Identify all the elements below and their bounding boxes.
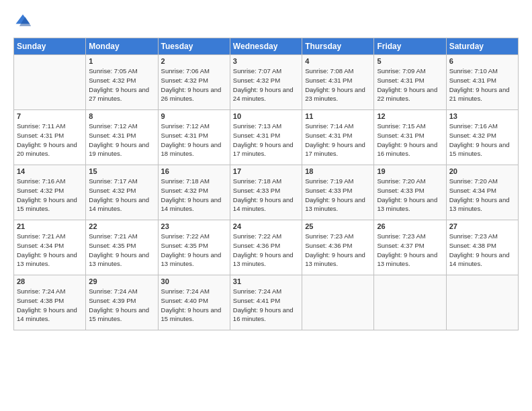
day-number: 7 — [17, 112, 83, 120]
calendar-cell: 16Sunrise: 7:18 AMSunset: 4:32 PMDayligh… — [158, 165, 230, 220]
day-info: Sunrise: 7:12 AMSunset: 4:31 PMDaylight:… — [161, 122, 227, 158]
calendar-cell: 5Sunrise: 7:09 AMSunset: 4:31 PMDaylight… — [374, 55, 446, 110]
day-number: 19 — [377, 167, 443, 175]
calendar-cell: 22Sunrise: 7:21 AMSunset: 4:35 PMDayligh… — [86, 220, 158, 275]
calendar-cell: 11Sunrise: 7:14 AMSunset: 4:31 PMDayligh… — [302, 110, 374, 165]
day-number: 17 — [233, 167, 299, 175]
calendar-cell: 14Sunrise: 7:16 AMSunset: 4:32 PMDayligh… — [14, 165, 86, 220]
logo — [13, 12, 35, 31]
day-info: Sunrise: 7:15 AMSunset: 4:31 PMDaylight:… — [377, 122, 443, 158]
day-number: 11 — [305, 112, 371, 120]
header-day-monday: Monday — [86, 38, 158, 55]
day-number: 4 — [305, 57, 371, 65]
header-day-thursday: Thursday — [302, 38, 374, 55]
day-info: Sunrise: 7:10 AMSunset: 4:31 PMDaylight:… — [449, 66, 515, 103]
calendar-table: SundayMondayTuesdayWednesdayThursdayFrid… — [13, 38, 519, 330]
day-number: 2 — [161, 57, 227, 65]
calendar-cell: 25Sunrise: 7:23 AMSunset: 4:36 PMDayligh… — [302, 220, 374, 275]
day-info: Sunrise: 7:14 AMSunset: 4:31 PMDaylight:… — [305, 122, 371, 158]
day-info: Sunrise: 7:11 AMSunset: 4:31 PMDaylight:… — [17, 122, 83, 158]
day-number: 15 — [89, 167, 154, 175]
day-number: 12 — [377, 112, 443, 120]
day-number: 10 — [233, 112, 299, 120]
day-info: Sunrise: 7:13 AMSunset: 4:31 PMDaylight:… — [233, 122, 299, 158]
day-number: 25 — [305, 222, 371, 230]
day-info: Sunrise: 7:05 AMSunset: 4:32 PMDaylight:… — [89, 66, 154, 103]
day-info: Sunrise: 7:20 AMSunset: 4:34 PMDaylight:… — [449, 177, 515, 214]
day-number: 9 — [161, 112, 227, 120]
page: SundayMondayTuesdayWednesdayThursdayFrid… — [0, 0, 532, 411]
day-info: Sunrise: 7:07 AMSunset: 4:32 PMDaylight:… — [233, 66, 299, 103]
calendar-cell — [302, 275, 374, 330]
week-row-2: 7Sunrise: 7:11 AMSunset: 4:31 PMDaylight… — [14, 110, 519, 165]
day-number: 30 — [161, 277, 227, 285]
day-info: Sunrise: 7:17 AMSunset: 4:32 PMDaylight:… — [89, 177, 154, 214]
calendar-cell: 21Sunrise: 7:21 AMSunset: 4:34 PMDayligh… — [14, 220, 86, 275]
calendar-cell: 18Sunrise: 7:19 AMSunset: 4:33 PMDayligh… — [302, 165, 374, 220]
calendar-cell: 23Sunrise: 7:22 AMSunset: 4:35 PMDayligh… — [158, 220, 230, 275]
logo-icon — [13, 12, 32, 31]
day-number: 14 — [17, 167, 83, 175]
calendar-cell: 4Sunrise: 7:08 AMSunset: 4:31 PMDaylight… — [302, 55, 374, 110]
calendar-cell: 17Sunrise: 7:18 AMSunset: 4:33 PMDayligh… — [230, 165, 302, 220]
header-day-tuesday: Tuesday — [158, 38, 230, 55]
calendar-cell — [446, 275, 518, 330]
day-info: Sunrise: 7:12 AMSunset: 4:31 PMDaylight:… — [89, 122, 154, 158]
day-info: Sunrise: 7:24 AMSunset: 4:41 PMDaylight:… — [233, 287, 299, 324]
day-info: Sunrise: 7:21 AMSunset: 4:34 PMDaylight:… — [17, 232, 83, 269]
week-row-5: 28Sunrise: 7:24 AMSunset: 4:38 PMDayligh… — [14, 275, 519, 330]
header-day-sunday: Sunday — [14, 38, 86, 55]
calendar-cell: 27Sunrise: 7:23 AMSunset: 4:38 PMDayligh… — [446, 220, 518, 275]
header-row: SundayMondayTuesdayWednesdayThursdayFrid… — [14, 38, 519, 55]
day-number: 8 — [89, 112, 154, 120]
day-number: 29 — [89, 277, 154, 285]
calendar-cell: 6Sunrise: 7:10 AMSunset: 4:31 PMDaylight… — [446, 55, 518, 110]
day-number: 26 — [377, 222, 443, 230]
calendar-cell — [374, 275, 446, 330]
calendar-cell: 8Sunrise: 7:12 AMSunset: 4:31 PMDaylight… — [86, 110, 158, 165]
day-number: 23 — [161, 222, 227, 230]
day-info: Sunrise: 7:16 AMSunset: 4:32 PMDaylight:… — [449, 122, 515, 158]
week-row-3: 14Sunrise: 7:16 AMSunset: 4:32 PMDayligh… — [14, 165, 519, 220]
calendar-cell: 20Sunrise: 7:20 AMSunset: 4:34 PMDayligh… — [446, 165, 518, 220]
day-info: Sunrise: 7:19 AMSunset: 4:33 PMDaylight:… — [305, 177, 371, 214]
day-number: 13 — [449, 112, 515, 120]
day-number: 1 — [89, 57, 154, 65]
calendar-cell: 24Sunrise: 7:22 AMSunset: 4:36 PMDayligh… — [230, 220, 302, 275]
calendar-cell: 2Sunrise: 7:06 AMSunset: 4:32 PMDaylight… — [158, 55, 230, 110]
calendar-cell: 13Sunrise: 7:16 AMSunset: 4:32 PMDayligh… — [446, 110, 518, 165]
day-info: Sunrise: 7:18 AMSunset: 4:32 PMDaylight:… — [161, 177, 227, 214]
day-info: Sunrise: 7:09 AMSunset: 4:31 PMDaylight:… — [377, 66, 443, 103]
day-info: Sunrise: 7:23 AMSunset: 4:37 PMDaylight:… — [377, 232, 443, 269]
day-info: Sunrise: 7:23 AMSunset: 4:36 PMDaylight:… — [305, 232, 371, 269]
header-day-wednesday: Wednesday — [230, 38, 302, 55]
day-info: Sunrise: 7:22 AMSunset: 4:36 PMDaylight:… — [233, 232, 299, 269]
calendar-cell: 7Sunrise: 7:11 AMSunset: 4:31 PMDaylight… — [14, 110, 86, 165]
calendar-cell: 3Sunrise: 7:07 AMSunset: 4:32 PMDaylight… — [230, 55, 302, 110]
calendar-cell: 19Sunrise: 7:20 AMSunset: 4:33 PMDayligh… — [374, 165, 446, 220]
day-number: 27 — [449, 222, 515, 230]
header-day-saturday: Saturday — [446, 38, 518, 55]
calendar-cell: 30Sunrise: 7:24 AMSunset: 4:40 PMDayligh… — [158, 275, 230, 330]
day-info: Sunrise: 7:16 AMSunset: 4:32 PMDaylight:… — [17, 177, 83, 214]
day-number: 31 — [233, 277, 299, 285]
day-number: 22 — [89, 222, 154, 230]
week-row-4: 21Sunrise: 7:21 AMSunset: 4:34 PMDayligh… — [14, 220, 519, 275]
day-info: Sunrise: 7:24 AMSunset: 4:40 PMDaylight:… — [161, 287, 227, 324]
day-info: Sunrise: 7:23 AMSunset: 4:38 PMDaylight:… — [449, 232, 515, 269]
week-row-1: 1Sunrise: 7:05 AMSunset: 4:32 PMDaylight… — [14, 55, 519, 110]
calendar-cell — [14, 55, 86, 110]
day-number: 3 — [233, 57, 299, 65]
calendar-cell: 28Sunrise: 7:24 AMSunset: 4:38 PMDayligh… — [14, 275, 86, 330]
day-number: 24 — [233, 222, 299, 230]
calendar-cell: 29Sunrise: 7:24 AMSunset: 4:39 PMDayligh… — [86, 275, 158, 330]
day-number: 5 — [377, 57, 443, 65]
calendar-cell: 1Sunrise: 7:05 AMSunset: 4:32 PMDaylight… — [86, 55, 158, 110]
day-info: Sunrise: 7:20 AMSunset: 4:33 PMDaylight:… — [377, 177, 443, 214]
calendar-cell: 12Sunrise: 7:15 AMSunset: 4:31 PMDayligh… — [374, 110, 446, 165]
header — [13, 12, 519, 31]
day-number: 16 — [161, 167, 227, 175]
day-number: 18 — [305, 167, 371, 175]
day-info: Sunrise: 7:24 AMSunset: 4:38 PMDaylight:… — [17, 287, 83, 324]
calendar-cell: 26Sunrise: 7:23 AMSunset: 4:37 PMDayligh… — [374, 220, 446, 275]
